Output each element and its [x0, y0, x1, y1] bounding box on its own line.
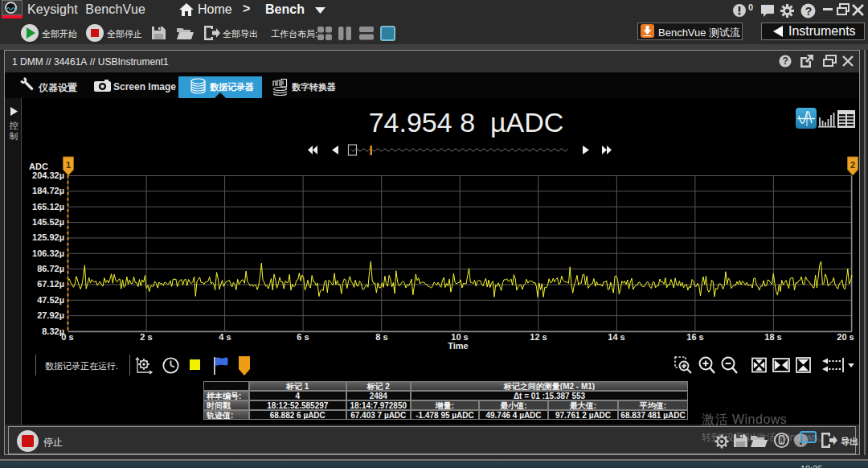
svg-text:1: 1 — [66, 160, 71, 170]
svg-text:2: 2 — [850, 160, 855, 170]
